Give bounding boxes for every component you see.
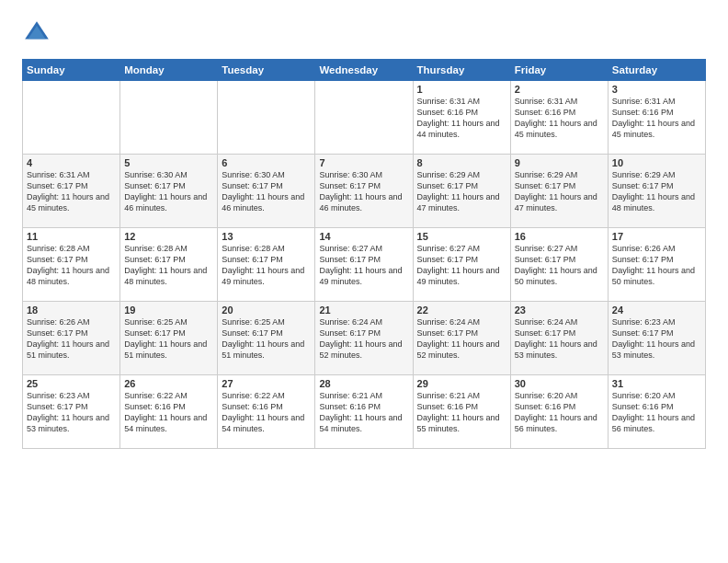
day-number: 25: [27, 378, 116, 389]
day-number: 16: [515, 231, 604, 242]
weekday-header-friday: Friday: [510, 60, 608, 81]
calendar-cell: 2Sunrise: 6:31 AMSunset: 6:16 PMDaylight…: [510, 81, 608, 155]
day-info: Sunrise: 6:28 AMSunset: 6:17 PMDaylight:…: [27, 243, 116, 288]
day-number: 18: [27, 304, 116, 316]
calendar-cell: 20Sunrise: 6:25 AMSunset: 6:17 PMDayligh…: [218, 302, 315, 375]
day-number: 3: [612, 84, 701, 95]
weekday-header-monday: Monday: [120, 60, 218, 81]
calendar-cell: 8Sunrise: 6:29 AMSunset: 6:17 PMDaylight…: [413, 155, 510, 228]
weekday-header-row: SundayMondayTuesdayWednesdayThursdayFrid…: [23, 60, 706, 81]
day-info: Sunrise: 6:26 AMSunset: 6:17 PMDaylight:…: [27, 316, 116, 362]
calendar-cell: 28Sunrise: 6:21 AMSunset: 6:16 PMDayligh…: [315, 375, 413, 449]
day-number: 17: [612, 231, 701, 242]
day-info: Sunrise: 6:25 AMSunset: 6:17 PMDaylight:…: [222, 316, 311, 362]
day-info: Sunrise: 6:28 AMSunset: 6:17 PMDaylight:…: [124, 243, 213, 288]
day-info: Sunrise: 6:29 AMSunset: 6:17 PMDaylight:…: [612, 169, 701, 214]
calendar-cell: 9Sunrise: 6:29 AMSunset: 6:17 PMDaylight…: [510, 155, 608, 228]
day-info: Sunrise: 6:21 AMSunset: 6:16 PMDaylight:…: [417, 390, 506, 435]
calendar-cell: 23Sunrise: 6:24 AMSunset: 6:17 PMDayligh…: [510, 302, 608, 375]
day-info: Sunrise: 6:25 AMSunset: 6:17 PMDaylight:…: [124, 316, 213, 362]
day-number: 6: [222, 157, 311, 168]
calendar-cell: 31Sunrise: 6:20 AMSunset: 6:16 PMDayligh…: [608, 375, 705, 449]
day-number: 28: [319, 378, 408, 389]
calendar-cell: 11Sunrise: 6:28 AMSunset: 6:17 PMDayligh…: [23, 228, 120, 302]
calendar-cell: 24Sunrise: 6:23 AMSunset: 6:17 PMDayligh…: [608, 302, 705, 375]
day-info: Sunrise: 6:23 AMSunset: 6:17 PMDaylight:…: [612, 316, 701, 362]
day-info: Sunrise: 6:30 AMSunset: 6:17 PMDaylight:…: [124, 169, 213, 214]
calendar-cell: [120, 81, 218, 155]
day-info: Sunrise: 6:29 AMSunset: 6:17 PMDaylight:…: [417, 169, 506, 214]
day-number: 24: [612, 304, 701, 316]
day-info: Sunrise: 6:24 AMSunset: 6:17 PMDaylight:…: [319, 316, 408, 362]
day-number: 31: [612, 378, 701, 389]
day-info: Sunrise: 6:21 AMSunset: 6:16 PMDaylight:…: [319, 390, 408, 435]
weekday-header-wednesday: Wednesday: [315, 60, 413, 81]
day-info: Sunrise: 6:24 AMSunset: 6:17 PMDaylight:…: [515, 316, 604, 362]
day-number: 2: [515, 84, 604, 95]
calendar-cell: 10Sunrise: 6:29 AMSunset: 6:17 PMDayligh…: [608, 155, 705, 228]
day-number: 13: [222, 231, 311, 242]
day-info: Sunrise: 6:24 AMSunset: 6:17 PMDaylight:…: [417, 316, 506, 362]
logo: [22, 18, 57, 48]
day-info: Sunrise: 6:20 AMSunset: 6:16 PMDaylight:…: [612, 390, 701, 435]
week-row-3: 11Sunrise: 6:28 AMSunset: 6:17 PMDayligh…: [23, 228, 706, 302]
day-number: 15: [417, 231, 506, 242]
day-info: Sunrise: 6:22 AMSunset: 6:16 PMDaylight:…: [124, 390, 213, 435]
day-info: Sunrise: 6:22 AMSunset: 6:16 PMDaylight:…: [222, 390, 311, 435]
calendar-cell: 6Sunrise: 6:30 AMSunset: 6:17 PMDaylight…: [218, 155, 315, 228]
day-number: 1: [417, 84, 506, 95]
header: [22, 18, 706, 48]
day-info: Sunrise: 6:31 AMSunset: 6:16 PMDaylight:…: [515, 96, 604, 141]
calendar-cell: 12Sunrise: 6:28 AMSunset: 6:17 PMDayligh…: [120, 228, 218, 302]
day-info: Sunrise: 6:26 AMSunset: 6:17 PMDaylight:…: [612, 243, 701, 288]
calendar-cell: 22Sunrise: 6:24 AMSunset: 6:17 PMDayligh…: [413, 302, 510, 375]
calendar-cell: 21Sunrise: 6:24 AMSunset: 6:17 PMDayligh…: [315, 302, 413, 375]
day-info: Sunrise: 6:31 AMSunset: 6:16 PMDaylight:…: [612, 96, 701, 141]
calendar-cell: 4Sunrise: 6:31 AMSunset: 6:17 PMDaylight…: [23, 155, 120, 228]
day-number: 27: [222, 378, 311, 389]
day-number: 8: [417, 157, 506, 168]
day-number: 4: [27, 157, 116, 168]
day-number: 20: [222, 304, 311, 316]
week-row-4: 18Sunrise: 6:26 AMSunset: 6:17 PMDayligh…: [23, 302, 706, 375]
day-info: Sunrise: 6:28 AMSunset: 6:17 PMDaylight:…: [222, 243, 311, 288]
day-number: 9: [515, 157, 604, 168]
day-number: 7: [319, 157, 408, 168]
calendar-cell: 14Sunrise: 6:27 AMSunset: 6:17 PMDayligh…: [315, 228, 413, 302]
day-number: 14: [319, 231, 408, 242]
calendar-cell: 26Sunrise: 6:22 AMSunset: 6:16 PMDayligh…: [120, 375, 218, 449]
calendar-cell: 17Sunrise: 6:26 AMSunset: 6:17 PMDayligh…: [608, 228, 705, 302]
day-number: 29: [417, 378, 506, 389]
day-number: 19: [124, 304, 213, 316]
calendar-cell: 30Sunrise: 6:20 AMSunset: 6:16 PMDayligh…: [510, 375, 608, 449]
day-number: 22: [417, 304, 506, 316]
calendar-cell: 1Sunrise: 6:31 AMSunset: 6:16 PMDaylight…: [413, 81, 510, 155]
weekday-header-thursday: Thursday: [413, 60, 510, 81]
calendar-cell: 16Sunrise: 6:27 AMSunset: 6:17 PMDayligh…: [510, 228, 608, 302]
calendar-cell: [315, 81, 413, 155]
day-info: Sunrise: 6:20 AMSunset: 6:16 PMDaylight:…: [515, 390, 604, 435]
day-number: 11: [27, 231, 116, 242]
calendar-cell: 5Sunrise: 6:30 AMSunset: 6:17 PMDaylight…: [120, 155, 218, 228]
week-row-1: 1Sunrise: 6:31 AMSunset: 6:16 PMDaylight…: [23, 81, 706, 155]
day-info: Sunrise: 6:27 AMSunset: 6:17 PMDaylight:…: [319, 243, 408, 288]
day-info: Sunrise: 6:30 AMSunset: 6:17 PMDaylight:…: [319, 169, 408, 214]
calendar-cell: 27Sunrise: 6:22 AMSunset: 6:16 PMDayligh…: [218, 375, 315, 449]
day-info: Sunrise: 6:27 AMSunset: 6:17 PMDaylight:…: [515, 243, 604, 288]
day-number: 10: [612, 157, 701, 168]
day-info: Sunrise: 6:23 AMSunset: 6:17 PMDaylight:…: [27, 390, 116, 435]
calendar-cell: 18Sunrise: 6:26 AMSunset: 6:17 PMDayligh…: [23, 302, 120, 375]
day-number: 5: [124, 157, 213, 168]
weekday-header-saturday: Saturday: [608, 60, 705, 81]
day-number: 21: [319, 304, 408, 316]
day-number: 26: [124, 378, 213, 389]
day-info: Sunrise: 6:30 AMSunset: 6:17 PMDaylight:…: [222, 169, 311, 214]
weekday-header-sunday: Sunday: [23, 60, 120, 81]
calendar-cell: 29Sunrise: 6:21 AMSunset: 6:16 PMDayligh…: [413, 375, 510, 449]
calendar-cell: 7Sunrise: 6:30 AMSunset: 6:17 PMDaylight…: [315, 155, 413, 228]
day-info: Sunrise: 6:31 AMSunset: 6:17 PMDaylight:…: [27, 169, 116, 214]
calendar-cell: 3Sunrise: 6:31 AMSunset: 6:16 PMDaylight…: [608, 81, 705, 155]
week-row-5: 25Sunrise: 6:23 AMSunset: 6:17 PMDayligh…: [23, 375, 706, 449]
calendar-cell: [23, 81, 120, 155]
calendar-cell: [218, 81, 315, 155]
